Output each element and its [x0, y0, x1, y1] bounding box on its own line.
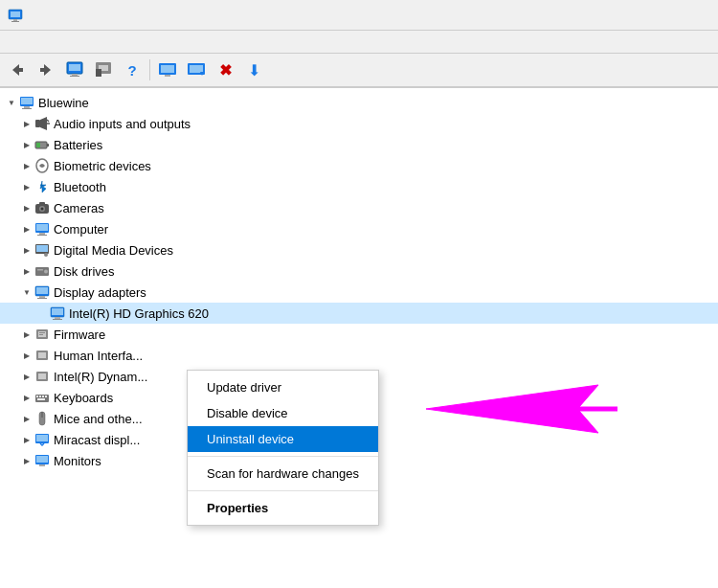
tree-icon-mice: [34, 411, 50, 426]
tree-arrow-miracast[interactable]: ▶: [19, 432, 34, 447]
svg-point-41: [44, 253, 48, 257]
svg-rect-69: [36, 435, 48, 441]
toolbar-help[interactable]: ?: [119, 57, 146, 83]
tree-label-bluetooth: Bluetooth: [54, 180, 106, 194]
tree-arrow-digital-media[interactable]: ▶: [19, 242, 34, 258]
toolbar-properties[interactable]: [61, 57, 88, 83]
tree-icon-computer: [34, 221, 50, 237]
context-menu-item-scan-hardware[interactable]: Scan for hardware changes: [188, 461, 378, 486]
svg-rect-52: [53, 319, 62, 320]
tree-label-intel-dynamic: Intel(R) Dynam...: [54, 370, 147, 384]
tree-arrow-firmware[interactable]: ▶: [19, 327, 34, 342]
tree-label-intel-hd: Intel(R) HD Graphics 620: [69, 306, 209, 321]
menu-action[interactable]: [19, 40, 34, 44]
svg-rect-37: [39, 233, 45, 235]
tree-label-display-adapters: Display adapters: [54, 285, 146, 300]
context-menu-item-disable-device[interactable]: Disable device: [188, 400, 378, 426]
tree-label-audio: Audio inputs and outputs: [54, 117, 191, 131]
svg-rect-50: [52, 308, 63, 315]
svg-rect-55: [39, 332, 45, 333]
tree-arrow-keyboards[interactable]: ▶: [19, 390, 34, 405]
context-menu-separator: [188, 490, 378, 491]
tree-arrow-bluewine[interactable]: ▼: [4, 95, 19, 110]
tree-icon-intel-hd: [50, 305, 65, 321]
svg-rect-22: [22, 108, 32, 109]
tree-icon-monitors: [34, 453, 50, 468]
title-bar: [0, 0, 718, 31]
tree-item-cameras[interactable]: ▶Cameras: [0, 197, 718, 218]
tree-item-biometric[interactable]: ▶Biometric devices: [0, 155, 718, 176]
svg-rect-72: [39, 464, 45, 466]
tree-item-disk-drives[interactable]: ▶Disk drives: [0, 260, 718, 282]
tree-item-computer[interactable]: ▶Computer: [0, 218, 718, 239]
svg-point-33: [41, 208, 44, 211]
menu-file[interactable]: [4, 40, 19, 44]
menu-help[interactable]: [50, 40, 65, 44]
tree-icon-bluetooth: [34, 179, 50, 194]
tree-arrow-intel-hd[interactable]: [34, 305, 50, 321]
app-icon: [8, 8, 23, 23]
tree-icon-digital-media: [34, 242, 50, 258]
toolbar-screen[interactable]: [154, 57, 181, 83]
svg-rect-3: [11, 21, 19, 22]
tree-arrow-cameras[interactable]: ▶: [19, 200, 34, 215]
svg-rect-48: [37, 298, 47, 299]
svg-rect-20: [21, 98, 33, 104]
svg-marker-4: [12, 64, 23, 76]
tree-arrow-intel-dynamic[interactable]: ▶: [19, 369, 34, 384]
svg-rect-38: [37, 235, 47, 236]
toolbar: ? ✖ ⬇: [0, 54, 718, 88]
svg-rect-7: [69, 64, 80, 71]
tree-item-human-interface[interactable]: ▶Human Interfa...: [0, 345, 718, 366]
menu-view[interactable]: [34, 40, 50, 44]
tree-icon-biometric: [34, 158, 50, 173]
tree-item-audio[interactable]: ▶Audio inputs and outputs: [0, 113, 718, 134]
tree-icon-bluewine: [19, 95, 34, 110]
toolbar-scan[interactable]: ⬇: [240, 57, 267, 83]
tree-label-computer: Computer: [54, 222, 108, 237]
svg-line-25: [47, 120, 49, 122]
tree-item-intel-hd[interactable]: Intel(R) HD Graphics 620: [0, 303, 718, 324]
toolbar-sep1: [149, 59, 150, 80]
tree-arrow-audio[interactable]: ▶: [19, 116, 34, 131]
tree-arrow-batteries[interactable]: ▶: [19, 137, 34, 152]
tree-icon-disk-drives: [34, 263, 50, 279]
tree-item-digital-media[interactable]: ▶Digital Media Devices: [0, 239, 718, 260]
svg-rect-34: [39, 202, 45, 205]
tree-arrow-human-interface[interactable]: ▶: [19, 348, 34, 363]
toolbar-update[interactable]: [90, 57, 117, 83]
tree-arrow-bluetooth[interactable]: ▶: [19, 179, 34, 194]
context-menu-item-uninstall-device[interactable]: Uninstall device: [188, 426, 378, 452]
tree-label-miracast: Miracast displ...: [54, 433, 140, 447]
svg-rect-62: [36, 396, 38, 397]
tree-arrow-monitors[interactable]: ▶: [19, 453, 34, 468]
svg-rect-9: [70, 76, 79, 77]
toolbar-back[interactable]: [4, 57, 31, 83]
tree-item-display-adapters[interactable]: ▼Display adapters: [0, 282, 718, 303]
tree-item-batteries[interactable]: ▶Batteries: [0, 134, 718, 155]
tree-item-bluetooth[interactable]: ▶Bluetooth: [0, 176, 718, 197]
toolbar-disable[interactable]: ✖: [212, 57, 238, 83]
toolbar-monitor[interactable]: [183, 57, 210, 83]
svg-rect-12: [96, 69, 101, 77]
tree-label-digital-media: Digital Media Devices: [54, 243, 173, 258]
tree-label-monitors: Monitors: [54, 454, 101, 468]
tree-arrow-disk-drives[interactable]: ▶: [19, 263, 34, 279]
context-menu-item-properties[interactable]: Properties: [188, 495, 378, 521]
tree-item-firmware[interactable]: ▶Firmware: [0, 324, 718, 345]
svg-rect-66: [37, 398, 45, 400]
tree-icon-miracast: [34, 432, 50, 447]
svg-rect-28: [36, 143, 40, 147]
context-menu-item-update-driver[interactable]: Update driver: [188, 374, 378, 400]
tree-icon-cameras: [34, 200, 50, 215]
tree-label-biometric: Biometric devices: [54, 159, 151, 173]
tree-arrow-computer[interactable]: ▶: [19, 221, 34, 237]
svg-rect-17: [190, 65, 203, 73]
tree-arrow-biometric[interactable]: ▶: [19, 158, 34, 173]
svg-rect-40: [36, 245, 48, 252]
svg-rect-44: [37, 269, 43, 271]
tree-item-bluewine[interactable]: ▼Bluewine: [0, 92, 718, 113]
tree-arrow-display-adapters[interactable]: ▼: [19, 284, 34, 300]
tree-arrow-mice[interactable]: ▶: [19, 411, 34, 426]
toolbar-forward[interactable]: [33, 57, 59, 83]
